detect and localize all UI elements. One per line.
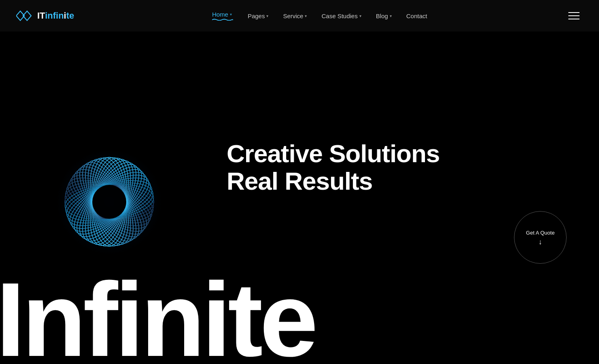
hero-section: Creative Solutions Real Results Get A Qu… xyxy=(0,32,599,364)
arrow-down-icon: ↓ xyxy=(539,238,542,245)
navbar: ITinfinite Home ▾ Pages ▾ Service xyxy=(0,0,599,32)
get-quote-button[interactable]: Get A Quote ↓ xyxy=(514,211,567,264)
brand-name: ITinfinite xyxy=(37,11,74,21)
svg-point-63 xyxy=(92,185,126,219)
nav-link-blog[interactable]: Blog ▾ xyxy=(376,13,392,19)
nav-link-home[interactable]: Home ▾ xyxy=(212,11,233,18)
chevron-down-icon: ▾ xyxy=(390,14,392,18)
nav-item-pages[interactable]: Pages ▾ xyxy=(248,13,269,19)
nav-link-case-studies[interactable]: Case Studies ▾ xyxy=(321,13,361,19)
nav-item-home[interactable]: Home ▾ xyxy=(212,11,233,21)
nav-link-pages[interactable]: Pages ▾ xyxy=(248,13,269,19)
chevron-down-icon: ▾ xyxy=(359,14,361,18)
chevron-down-icon: ▾ xyxy=(266,14,268,18)
chevron-down-icon: ▾ xyxy=(305,14,307,18)
torus-animation xyxy=(49,141,170,262)
logo-icon xyxy=(16,10,33,21)
logo[interactable]: ITinfinite xyxy=(16,10,74,21)
hamburger-menu[interactable] xyxy=(565,9,583,23)
hero-upper: Creative Solutions Real Results Get A Qu… xyxy=(0,32,599,364)
nav-item-service[interactable]: Service ▾ xyxy=(283,13,307,19)
chevron-down-icon: ▾ xyxy=(230,12,232,17)
nav-item-blog[interactable]: Blog ▾ xyxy=(376,13,392,19)
nav-link-service[interactable]: Service ▾ xyxy=(283,13,307,19)
nav-item-contact[interactable]: Contact xyxy=(406,13,427,19)
hero-graphic xyxy=(24,137,194,267)
hero-content: Creative Solutions Real Results Get A Qu… xyxy=(194,140,567,264)
active-underline xyxy=(212,19,233,21)
nav-links: Home ▾ Pages ▾ Service ▾ Case Studies xyxy=(212,11,427,21)
torus-svg xyxy=(49,141,170,262)
hero-headline: Creative Solutions Real Results xyxy=(227,140,440,195)
nav-link-contact[interactable]: Contact xyxy=(406,13,427,19)
nav-item-case-studies[interactable]: Case Studies ▾ xyxy=(321,13,361,19)
